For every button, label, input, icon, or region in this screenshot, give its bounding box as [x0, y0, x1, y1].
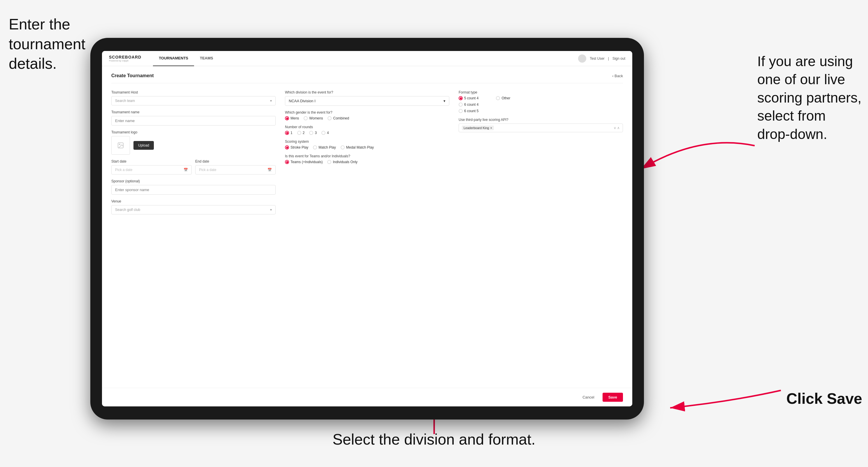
teams-teams-radio — [285, 160, 289, 164]
start-date-placeholder: Pick a date — [115, 168, 132, 172]
format-6count5-label: 6 count 5 — [464, 109, 478, 113]
teams-individuals[interactable]: Individuals Only — [327, 160, 358, 164]
nav-logo: SCOREBOARD Powered by Clippit — [109, 55, 141, 62]
division-select[interactable]: NCAA Division I ▾ — [285, 96, 449, 106]
tab-tournaments[interactable]: TOURNAMENTS — [153, 51, 194, 66]
rounds-label: Number of rounds — [285, 125, 449, 129]
nav-tabs: TOURNAMENTS TEAMS — [153, 51, 219, 66]
scoring-match-radio — [313, 145, 317, 150]
annotation-topleft: Enter the tournament details. — [9, 14, 93, 74]
gender-womens[interactable]: Womens — [304, 116, 323, 120]
teams-individuals-radio — [327, 160, 331, 164]
teams-group: Is this event for Teams and/or Individua… — [285, 154, 449, 164]
division-label: Which division is the event for? — [285, 90, 449, 94]
venue-arrow-icon: ▾ — [270, 208, 272, 212]
gender-options: Mens Womens Combined — [285, 116, 449, 120]
upload-button[interactable]: Upload — [133, 141, 154, 150]
save-button[interactable]: Save — [602, 393, 623, 402]
live-scoring-clear[interactable]: × — [490, 126, 492, 130]
end-date-input[interactable]: Pick a date 📅 — [195, 165, 276, 175]
right-section: Format type 5 count 4 — [459, 90, 623, 132]
annotation-bottom: Select the division and format. — [333, 430, 535, 449]
gender-combined-radio — [328, 116, 332, 120]
division-value: NCAA Division I — [289, 99, 315, 103]
nav-signout[interactable]: Sign out — [613, 57, 625, 61]
rounds-1-radio — [285, 131, 289, 135]
name-label: Tournament name — [111, 110, 276, 114]
rounds-1-label: 1 — [290, 131, 292, 135]
teams-teams[interactable]: Teams (+Individuals) — [285, 160, 322, 164]
rounds-group: Number of rounds 1 2 — [285, 125, 449, 135]
scoring-options: Stroke Play Match Play Medal Match Play — [285, 145, 449, 150]
live-scoring-input[interactable]: Leaderboard King × ∨ ∧ — [459, 124, 623, 132]
format-6count4-label: 6 count 4 — [464, 102, 478, 106]
rounds-4-label: 4 — [327, 131, 329, 135]
scoring-match[interactable]: Match Play — [313, 145, 336, 150]
logo-placeholder — [111, 136, 130, 155]
teams-teams-label: Teams (+Individuals) — [290, 160, 322, 164]
venue-placeholder: Search golf club — [115, 208, 140, 212]
scoring-stroke-radio — [285, 145, 289, 150]
nav-right: Test User | Sign out — [578, 55, 625, 63]
start-date-group: Start date Pick a date 📅 — [111, 159, 192, 175]
left-section: Tournament Host Search team ▾ Tournament… — [111, 90, 276, 214]
sponsor-input[interactable] — [111, 185, 276, 195]
format-other-label: Other — [501, 96, 510, 100]
format-other[interactable]: Other — [496, 96, 510, 100]
calendar-icon-2: 📅 — [268, 168, 272, 172]
gender-mens[interactable]: Mens — [285, 116, 299, 120]
format-options: 5 count 4 6 count 4 6 coun — [459, 96, 623, 113]
page-content: Create Tournament Back Tournament Host S… — [102, 66, 632, 388]
scoring-group: Scoring system Stroke Play Match Play — [285, 139, 449, 150]
rounds-2-label: 2 — [303, 131, 305, 135]
tablet: SCOREBOARD Powered by Clippit TOURNAMENT… — [90, 38, 644, 419]
logo-upload-area: Upload — [111, 136, 276, 155]
rounds-2[interactable]: 2 — [297, 131, 305, 135]
live-scoring-value: Leaderboard King — [464, 126, 489, 130]
logo-group: Tournament logo Upload — [111, 130, 276, 155]
format-6count4[interactable]: 6 count 4 — [459, 102, 478, 106]
scoring-stroke[interactable]: Stroke Play — [285, 145, 308, 150]
rounds-4-radio — [321, 131, 326, 135]
format-5count4[interactable]: 5 count 4 — [459, 96, 478, 100]
scoring-medal[interactable]: Medal Match Play — [341, 145, 374, 150]
gender-combined-label: Combined — [333, 116, 349, 120]
rounds-1[interactable]: 1 — [285, 131, 292, 135]
venue-input[interactable]: Search golf club ▾ — [111, 205, 276, 214]
cancel-button[interactable]: Cancel — [578, 393, 599, 402]
rounds-2-radio — [297, 131, 301, 135]
back-link[interactable]: Back — [612, 74, 623, 78]
host-placeholder: Search team — [115, 99, 135, 103]
name-input[interactable] — [111, 116, 276, 126]
scoring-medal-label: Medal Match Play — [346, 145, 374, 150]
rounds-4[interactable]: 4 — [321, 131, 329, 135]
start-date-input[interactable]: Pick a date 📅 — [111, 165, 192, 175]
teams-individuals-label: Individuals Only — [333, 160, 358, 164]
logo-label: Tournament logo — [111, 130, 276, 134]
format-group: Format type 5 count 4 — [459, 90, 623, 113]
gender-mens-radio — [285, 116, 289, 120]
scoring-medal-radio — [341, 145, 345, 150]
rounds-3-radio — [309, 131, 313, 135]
start-date-label: Start date — [111, 159, 192, 163]
scoring-match-label: Match Play — [318, 145, 336, 150]
format-6count4-radio — [459, 102, 463, 106]
annotation-topright: If you are using one of our live scoring… — [757, 53, 862, 143]
gender-combined[interactable]: Combined — [328, 116, 349, 120]
live-scoring-controls: ∨ ∧ — [614, 126, 620, 130]
rounds-3[interactable]: 3 — [309, 131, 317, 135]
host-input[interactable]: Search team ▾ — [111, 96, 276, 105]
name-group: Tournament name — [111, 110, 276, 126]
form-header: Create Tournament Back — [111, 73, 623, 83]
date-inputs: Start date Pick a date 📅 End date Pick a… — [111, 159, 276, 175]
end-date-group: End date Pick a date 📅 — [195, 159, 276, 175]
scoring-stroke-label: Stroke Play — [290, 145, 308, 150]
format-6count5-radio — [459, 109, 463, 113]
tab-teams[interactable]: TEAMS — [194, 51, 219, 66]
gender-mens-label: Mens — [290, 116, 299, 120]
scoring-label: Scoring system — [285, 139, 449, 144]
gender-label: Which gender is the event for? — [285, 111, 449, 115]
navbar: SCOREBOARD Powered by Clippit TOURNAMENT… — [102, 51, 632, 66]
format-6count5[interactable]: 6 count 5 — [459, 109, 478, 113]
annotation-bottomright: Click Save — [786, 389, 862, 409]
